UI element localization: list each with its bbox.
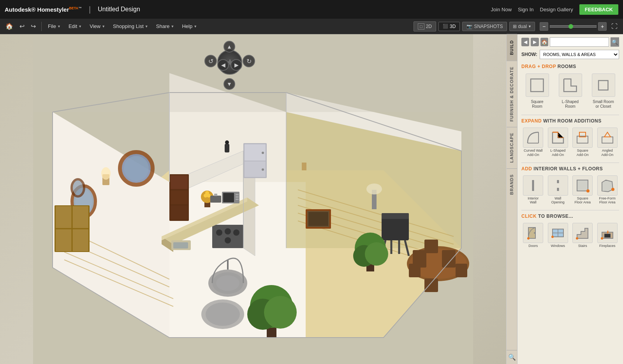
dual-button[interactable]: ⊞ dual ▼ [509, 22, 535, 31]
svg-point-36 [225, 228, 231, 234]
svg-rect-101 [531, 79, 543, 91]
svg-point-38 [225, 237, 231, 243]
l-shaped-addon-icon [548, 128, 568, 148]
home-button[interactable]: 🏠 [3, 21, 16, 32]
snapshots-button[interactable]: 📷 SNAPSHOTS [462, 22, 507, 31]
help-menu[interactable]: Help ▼ [179, 22, 200, 31]
curved-wall-item[interactable]: Curved WallAdd-On [521, 126, 545, 159]
build-tab[interactable]: BUILD [507, 34, 517, 61]
square-room-icon [526, 74, 549, 97]
shopping-list-menu-arrow: ▼ [145, 24, 148, 28]
small-room-item[interactable]: Small Roomor Closet [588, 72, 619, 111]
stairs-label: Stairs [578, 244, 587, 248]
nav-up-button[interactable]: ▲ [224, 41, 235, 52]
l-shaped-addon-item[interactable]: L-ShapedAdd-On [546, 126, 570, 159]
interior-wall-icon [523, 175, 543, 196]
room-render: ↺ ✛ ▲ ▼ ◀ ▶ ↻ [0, 34, 506, 364]
main-area: ↺ ✛ ▲ ▼ ◀ ▶ ↻ [0, 34, 623, 364]
svg-point-75 [365, 242, 388, 266]
svg-rect-88 [308, 212, 328, 226]
freeform-floor-item[interactable]: Free-FormFloor Area [596, 174, 619, 206]
show-row: SHOW: ROOMS, WALLS & AREAS ALL FLOORS WA… [521, 50, 619, 59]
svg-rect-68 [424, 240, 438, 253]
panel-search-icon[interactable]: 🔍 [507, 350, 517, 364]
l-shaped-room-icon [559, 74, 582, 97]
view-2d-button[interactable]: □ 2D [414, 21, 436, 32]
rotate-left-button[interactable]: ↺ [204, 55, 217, 67]
design-gallery-link[interactable]: Design Gallery [540, 7, 573, 12]
redo-button[interactable]: ↪ [28, 21, 38, 32]
fullscreen-button[interactable]: ⛶ [609, 22, 620, 31]
freeform-floor-label: Free-FormFloor Area [599, 196, 616, 205]
right-panel: BUILD FURNISH & DECORATE LANDSCAPE BRAND… [506, 34, 623, 364]
logo-text: Autodesk® HomestylerBETA™ [5, 6, 82, 13]
interior-wall-item[interactable]: InteriorWall [521, 174, 545, 206]
svg-point-117 [534, 232, 535, 234]
square-floor-item[interactable]: SquareFloor Area [571, 174, 595, 206]
view-menu[interactable]: View ▼ [86, 22, 108, 31]
wall-opening-icon [548, 175, 568, 196]
dual-icon: ⊞ [513, 24, 517, 29]
view-menu-arrow: ▼ [102, 24, 105, 28]
drag-drop-header: DRAG + DROP ROOMS [521, 64, 619, 69]
svg-rect-45 [171, 175, 188, 189]
svg-rect-57 [236, 199, 239, 200]
nav-right-button[interactable]: ▶ [231, 59, 242, 71]
windows-item[interactable]: Windows [546, 221, 570, 250]
brands-tab[interactable]: BRANDS [507, 168, 517, 200]
l-shaped-room-item[interactable]: L-ShapedRoom [554, 72, 586, 111]
svg-point-35 [216, 229, 222, 236]
view-3d-button[interactable]: ⬛ 3D [438, 22, 460, 31]
panel-search-input[interactable] [550, 37, 609, 47]
sep3 [521, 210, 619, 210]
undo-button[interactable]: ↩ [17, 21, 27, 32]
zoom-minus-button[interactable]: − [540, 22, 548, 31]
small-room-icon [592, 74, 615, 97]
svg-rect-56 [236, 196, 239, 198]
svg-rect-91 [225, 144, 229, 152]
svg-rect-93 [210, 196, 221, 203]
nav-down-button[interactable]: ▼ [224, 78, 235, 90]
svg-point-118 [527, 237, 530, 240]
fireplaces-item[interactable]: Fireplaces [596, 221, 619, 250]
zoom-track [550, 26, 597, 27]
interior-walls-grid: InteriorWall WallOpening SquareFloor Are… [521, 174, 619, 206]
design-title: Untitled Design [98, 6, 140, 13]
share-menu[interactable]: Share ▼ [153, 22, 178, 31]
square-room-item[interactable]: SquareRoom [521, 72, 553, 111]
edit-menu[interactable]: Edit ▼ [65, 22, 85, 31]
join-now-link[interactable]: Join Now [491, 7, 512, 12]
landscape-tab[interactable]: LANDSCAPE [507, 127, 517, 168]
wall-opening-label: WallOpening [551, 196, 565, 205]
wall-opening-item[interactable]: WallOpening [546, 174, 570, 206]
svg-marker-114 [602, 180, 613, 192]
zoom-plus-button[interactable]: + [598, 22, 607, 31]
zoom-slider[interactable] [550, 25, 597, 28]
svg-rect-112 [577, 180, 588, 191]
nav-left-button[interactable]: ◀ [217, 59, 229, 71]
feedback-button[interactable]: FEEDBACK [579, 4, 618, 15]
sign-in-link[interactable]: Sign In [518, 7, 533, 12]
canvas-area[interactable]: ↺ ✛ ▲ ▼ ◀ ▶ ↻ [0, 34, 506, 364]
doors-item[interactable]: Doors [521, 221, 545, 250]
show-select[interactable]: ROOMS, WALLS & AREAS ALL FLOORS WALLS [540, 50, 619, 59]
title-divider: | [89, 5, 91, 14]
rotate-right-button[interactable]: ↻ [243, 55, 255, 67]
top-bar: Autodesk® HomestylerBETA™ | Untitled Des… [0, 0, 623, 19]
panel-search-button[interactable]: 🔍 [611, 37, 619, 47]
file-menu[interactable]: File ▼ [45, 22, 64, 31]
svg-rect-43 [173, 242, 188, 248]
square-floor-label: SquareFloor Area [574, 196, 591, 205]
furnish-decorate-tab[interactable]: FURNISH & DECORATE [507, 61, 517, 127]
panel-home-button[interactable]: 🏠 [540, 38, 548, 46]
zoom-area: − + [540, 22, 607, 31]
shopping-list-menu[interactable]: Shopping List ▼ [110, 22, 151, 31]
square-addon-item[interactable]: SquareAdd-On [571, 126, 595, 159]
panel-forward-button[interactable]: ▶ [531, 38, 539, 46]
angled-addon-item[interactable]: AngledAdd-On [596, 126, 619, 159]
stairs-item[interactable]: Stairs [571, 221, 595, 250]
svg-rect-128 [604, 234, 611, 238]
panel-back-button[interactable]: ◀ [521, 38, 529, 46]
svg-rect-59 [382, 213, 409, 219]
windows-icon [548, 223, 568, 243]
